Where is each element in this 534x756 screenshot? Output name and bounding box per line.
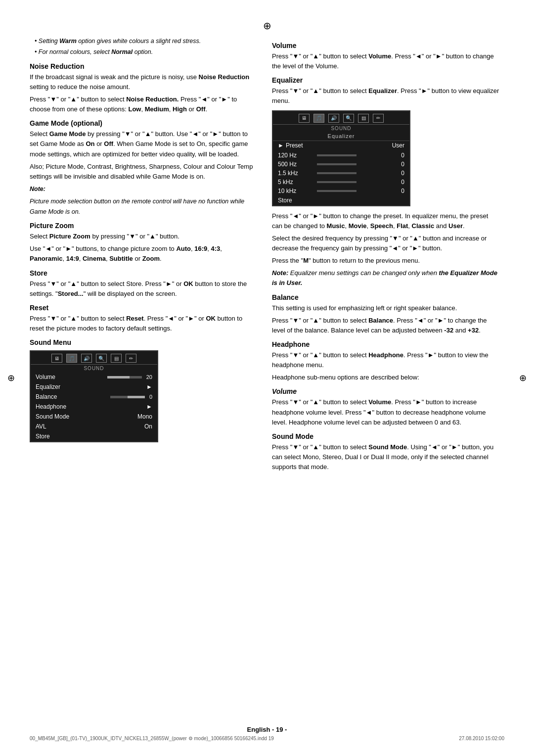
- balance-p1: This setting is used for emphasizing lef…: [272, 303, 499, 313]
- eq-row-120hz: 120 Hz 0: [273, 151, 409, 160]
- eq-sublabel: Equalizer: [273, 132, 409, 141]
- footer-file-info: 00_MB45M_[GB]_(01-TV)_1900UK_IDTV_NICKEL…: [0, 736, 534, 741]
- footer: English - 19 - 00_MB45M_[GB]_(01-TV)_190…: [0, 726, 534, 741]
- eq-p4: Press the "M" button to return to the pr…: [272, 256, 499, 266]
- headphone-volume-title: Volume: [272, 387, 499, 395]
- noise-reduction-p2: Press "▼" or "▲" button to select Noise …: [30, 94, 257, 114]
- store-title: Store: [30, 269, 257, 277]
- eq-row-10khz: 10 kHz 0: [273, 187, 409, 195]
- sound-menu-label: SOUND: [31, 365, 157, 372]
- footer-date: 27.08.2010 15:02:00: [459, 736, 504, 741]
- sound-menu-title: Sound Menu: [30, 338, 257, 346]
- left-registration-mark: ⊕: [7, 373, 15, 383]
- menu-icon-picture: 🖥: [51, 354, 62, 363]
- headphone-title: Headphone: [272, 340, 499, 348]
- game-mode-note-label: Note:: [30, 184, 257, 194]
- eq-p2: Press "◄" or "►" button to change the pr…: [272, 211, 499, 231]
- headphone-menu-row: Headphone ►: [31, 402, 157, 412]
- picture-zoom-p1: Select Picture Zoom by pressing "▼" or "…: [30, 232, 257, 241]
- game-mode-title: Game Mode (optional): [30, 119, 257, 127]
- equalizer-menu-row: Equalizer ►: [31, 382, 157, 392]
- eq-store-row: Store: [273, 195, 409, 205]
- eq-icon-edit: ✏: [373, 114, 384, 123]
- sound-mode-menu-row: Sound Mode Mono: [31, 412, 157, 422]
- picture-zoom-p2: Use "◄" or "►" buttons, to change pictur…: [30, 244, 257, 264]
- volume-p1: Press "▼" or "▲" button to select Volume…: [272, 51, 499, 71]
- store-menu-row: Store: [31, 431, 157, 441]
- picture-zoom-title: Picture Zoom: [30, 222, 257, 230]
- balance-p2: Press "▼" or "▲" button to select Balanc…: [272, 316, 499, 335]
- sound-menu-topbar: 🖥 🎵 🔊 🔍 ▤ ✏: [31, 351, 157, 365]
- eq-p3: Select the desired frequency by pressing…: [272, 234, 499, 253]
- sound-mode-title: Sound Mode: [272, 432, 499, 440]
- game-mode-p2: Also; Picture Mode, Contrast, Brightness…: [30, 162, 257, 182]
- left-column: • Setting Warm option gives white colour…: [30, 37, 257, 474]
- menu-icon-edit: ✏: [126, 354, 136, 363]
- eq-topbar: 🖥 🎵 🔊 🔍 ▤ ✏: [273, 111, 409, 125]
- headphone-p1: Press "▼" or "▲" button to select Headph…: [272, 350, 499, 370]
- top-registration-mark: ⊕: [30, 20, 504, 32]
- game-mode-note-text: Picture mode selection button on the rem…: [30, 196, 257, 217]
- eq-row-5khz: 5 kHz 0: [273, 178, 409, 187]
- game-mode-p1: Select Game Mode by pressing "▼" or "▲" …: [30, 129, 257, 159]
- eq-icon-sound: 🎵: [313, 114, 324, 123]
- avl-menu-row: AVL On: [31, 422, 157, 431]
- equalizer-menu-box: 🖥 🎵 🔊 🔍 ▤ ✏ SOUND Equalizer ► Preset Use…: [272, 110, 410, 206]
- footer-filename: 00_MB45M_[GB]_(01-TV)_1900UK_IDTV_NICKEL…: [30, 736, 274, 741]
- eq-row-500hz: 500 Hz 0: [273, 160, 409, 169]
- eq-sound-label: SOUND: [273, 125, 409, 132]
- balance-title: Balance: [272, 293, 499, 301]
- bullet-note-normal: • For normal colours, select Normal opti…: [30, 47, 257, 57]
- eq-note: Note: Equalizer menu settings can be cha…: [272, 268, 499, 288]
- eq-icon-list: ▤: [358, 114, 369, 123]
- equalizer-title: Equalizer: [272, 76, 499, 84]
- volume-row: Volume 20: [31, 372, 157, 382]
- menu-icon-settings: 🔊: [81, 354, 92, 363]
- eq-icon-settings: 🔊: [328, 114, 339, 123]
- headphone-volume-p1: Press "▼" or "▲" button to select Volume…: [272, 397, 499, 427]
- eq-preset-row: ► Preset User: [273, 141, 409, 150]
- bullet-note-warm: • Setting Warm option gives white colour…: [30, 37, 257, 46]
- reset-p1: Press "▼" or "▲" button to select Reset.…: [30, 314, 257, 333]
- sound-menu-box: 🖥 🎵 🔊 🔍 ▤ ✏ SOUND Volume 20: [30, 350, 158, 442]
- menu-icon-list: ▤: [111, 354, 122, 363]
- page: ⊕ ⊕ ⊕ • Setting Warm option gives white …: [0, 0, 534, 756]
- right-registration-mark: ⊕: [519, 373, 527, 383]
- eq-icon-picture: 🖥: [299, 114, 310, 123]
- eq-row-1500hz: 1.5 kHz 0: [273, 169, 409, 178]
- equalizer-p1: Press "▼" or "▲" button to select Equali…: [272, 86, 499, 106]
- english-label: English - 19 -: [247, 726, 287, 733]
- noise-reduction-title: Noise Reduction: [30, 62, 257, 70]
- menu-icon-search: 🔍: [96, 354, 107, 363]
- reset-title: Reset: [30, 304, 257, 312]
- balance-row: Balance 0: [31, 392, 157, 402]
- sound-mode-p1: Press "▼" or "▲" button to select Sound …: [272, 442, 499, 472]
- volume-title: Volume: [272, 42, 499, 49]
- eq-icon-search: 🔍: [343, 114, 354, 123]
- store-p1: Press "▼" or "▲" button to select Store.…: [30, 279, 257, 299]
- menu-icon-sound: 🎵: [66, 354, 77, 363]
- noise-reduction-p1: If the broadcast signal is weak and the …: [30, 72, 257, 92]
- two-column-layout: • Setting Warm option gives white colour…: [30, 37, 504, 474]
- headphone-p2: Headphone sub-menu options are described…: [272, 373, 499, 382]
- right-column: Volume Press "▼" or "▲" button to select…: [272, 37, 499, 474]
